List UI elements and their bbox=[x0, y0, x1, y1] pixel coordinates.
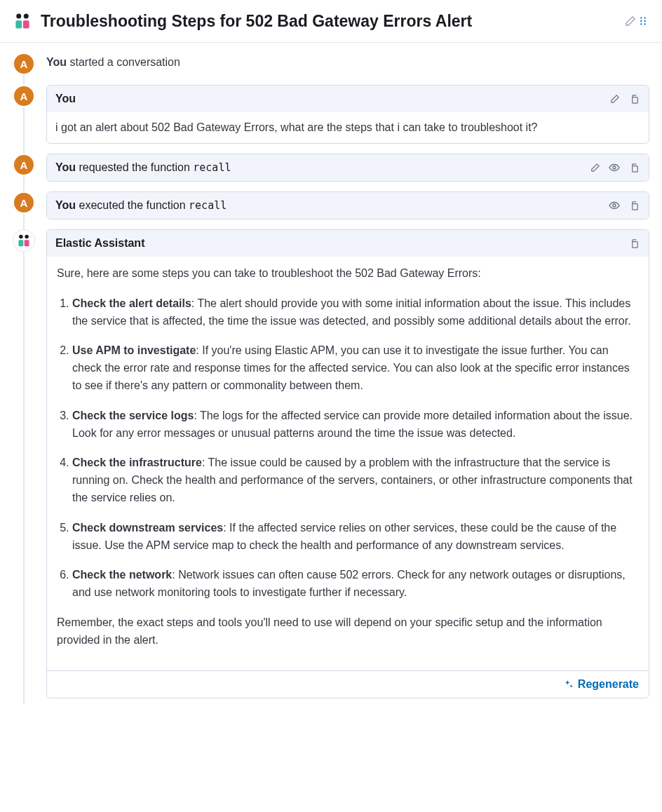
user-avatar: A bbox=[13, 85, 35, 107]
copy-icon[interactable] bbox=[628, 161, 640, 174]
step-title: Check the network bbox=[72, 569, 172, 581]
assistant-card: Elastic Assistant Sure, here are some st… bbox=[46, 229, 649, 698]
actor-label: You bbox=[46, 56, 67, 68]
regenerate-label: Regenerate bbox=[578, 678, 639, 691]
function-name: recall bbox=[193, 161, 231, 174]
assistant-intro: Sure, here are some steps you can take t… bbox=[57, 265, 639, 283]
card-header: You requested the function recall bbox=[47, 154, 649, 181]
svg-point-6 bbox=[640, 20, 642, 22]
copy-icon[interactable] bbox=[628, 199, 640, 212]
message-body: i got an alert about 502 Bad Gateway Err… bbox=[47, 112, 649, 143]
card-header-text: You requested the function recall bbox=[55, 161, 588, 174]
page-title: Troubleshooting Steps for 502 Bad Gatewa… bbox=[41, 12, 619, 31]
svg-point-5 bbox=[644, 17, 645, 18]
svg-point-7 bbox=[644, 20, 645, 22]
assistant-outro: Remember, the exact steps and tools you'… bbox=[57, 614, 639, 649]
svg-rect-19 bbox=[632, 241, 637, 247]
user-message: A You i got an alert about 502 Bad Gatew… bbox=[13, 85, 649, 144]
card-header: You executed the function recall bbox=[47, 192, 649, 219]
step-title: Check the infrastructure bbox=[72, 456, 202, 468]
card-header: Elastic Assistant bbox=[47, 230, 649, 257]
card-actions bbox=[628, 237, 640, 250]
card-header: You bbox=[47, 86, 649, 112]
svg-point-4 bbox=[640, 17, 642, 18]
step-item: Check the service logs: The logs for the… bbox=[72, 407, 639, 442]
actor-label: You bbox=[55, 161, 76, 173]
event-text: You started a conversation bbox=[46, 53, 649, 69]
event-function-executed: A You executed the function recall bbox=[13, 191, 649, 219]
assistant-name: Elastic Assistant bbox=[55, 237, 144, 249]
svg-point-9 bbox=[644, 23, 645, 25]
card-footer: Regenerate bbox=[47, 670, 649, 698]
svg-rect-2 bbox=[15, 20, 22, 28]
svg-point-16 bbox=[25, 235, 29, 239]
actor-label: You bbox=[55, 199, 76, 211]
svg-rect-12 bbox=[632, 165, 637, 171]
function-card: You executed the function recall bbox=[46, 191, 649, 219]
actor-label: You bbox=[55, 93, 76, 104]
message-card: You i got an alert about 502 Bad Gateway… bbox=[46, 85, 649, 144]
header: Troubleshooting Steps for 502 Bad Gatewa… bbox=[0, 0, 662, 43]
troubleshoot-steps: Check the alert details: The alert shoul… bbox=[57, 295, 639, 602]
edit-icon[interactable] bbox=[588, 161, 601, 174]
regenerate-button[interactable]: Regenerate bbox=[564, 678, 639, 691]
copy-icon[interactable] bbox=[628, 237, 640, 250]
elastic-logo-icon bbox=[13, 11, 32, 31]
step-item: Use APM to investigate: If you're using … bbox=[72, 342, 639, 394]
svg-point-13 bbox=[613, 204, 616, 207]
card-actions bbox=[608, 93, 640, 105]
svg-point-15 bbox=[19, 235, 23, 239]
assistant-message: Elastic Assistant Sure, here are some st… bbox=[13, 229, 649, 698]
user-avatar: A bbox=[13, 53, 35, 75]
step-title: Use APM to investigate bbox=[72, 344, 196, 356]
card-header-text: You executed the function recall bbox=[55, 199, 608, 212]
user-avatar: A bbox=[13, 154, 35, 176]
step-title: Check the alert details bbox=[72, 297, 191, 309]
conversation-thread: A You started a conversation A You bbox=[0, 43, 662, 718]
svg-rect-3 bbox=[23, 20, 29, 28]
svg-point-0 bbox=[16, 14, 21, 19]
svg-rect-10 bbox=[632, 97, 637, 102]
edit-icon[interactable] bbox=[608, 93, 621, 105]
step-item: Check downstream services: If the affect… bbox=[72, 520, 639, 555]
more-actions-icon[interactable] bbox=[637, 15, 649, 27]
svg-point-8 bbox=[640, 23, 642, 25]
svg-rect-17 bbox=[18, 240, 23, 246]
copy-icon[interactable] bbox=[628, 93, 640, 105]
assistant-body: Sure, here are some steps you can take t… bbox=[47, 257, 649, 670]
card-actions bbox=[608, 199, 640, 212]
step-item: Check the infrastructure: The issue coul… bbox=[72, 454, 639, 506]
eye-icon[interactable] bbox=[608, 161, 621, 174]
step-item: Check the network: Network issues can of… bbox=[72, 567, 639, 602]
step-title: Check the service logs bbox=[72, 410, 194, 421]
function-card: You requested the function recall bbox=[46, 154, 649, 182]
event-function-request: A You requested the function recall bbox=[13, 154, 649, 182]
card-actions bbox=[588, 161, 640, 174]
card-header-text: You bbox=[55, 93, 608, 105]
event-started: A You started a conversation bbox=[13, 53, 649, 75]
edit-title-icon[interactable] bbox=[624, 15, 637, 27]
event-label: started a conversation bbox=[69, 56, 180, 68]
event-label: requested the function bbox=[79, 161, 193, 173]
svg-rect-14 bbox=[632, 203, 637, 209]
event-label: executed the function bbox=[79, 199, 189, 211]
svg-point-1 bbox=[24, 14, 29, 19]
step-title: Check downstream services bbox=[72, 522, 223, 534]
sparkle-icon bbox=[564, 679, 574, 689]
function-name: recall bbox=[189, 199, 227, 212]
eye-icon[interactable] bbox=[608, 199, 621, 212]
card-header-text: Elastic Assistant bbox=[55, 237, 628, 250]
svg-rect-18 bbox=[25, 240, 29, 246]
assistant-avatar bbox=[13, 229, 35, 252]
user-avatar: A bbox=[13, 191, 35, 214]
step-item: Check the alert details: The alert shoul… bbox=[72, 295, 639, 330]
svg-point-11 bbox=[613, 166, 616, 169]
